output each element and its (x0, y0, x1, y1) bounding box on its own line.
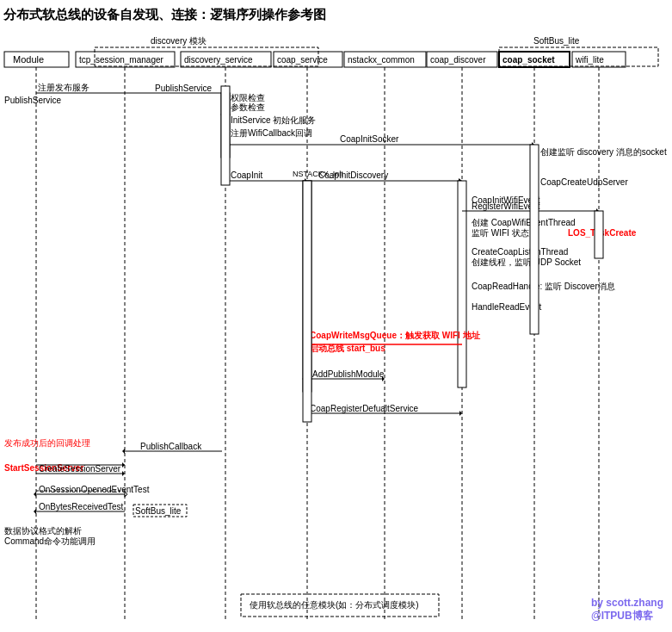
svg-rect-96 (221, 86, 230, 185)
svg-text:tcp_session_manager: tcp_session_manager (79, 55, 164, 65)
svg-text:CoapInitSocker: CoapInitSocker (340, 134, 399, 144)
svg-text:wifi_lite: wifi_lite (575, 55, 604, 65)
svg-marker-83 (34, 492, 36, 497)
svg-text:OnBytesReceivedTest: OnBytesReceivedTest (39, 502, 124, 511)
svg-text:发布成功后的回调处理: 发布成功后的回调处理 (4, 438, 90, 448)
svg-text:Module: Module (13, 54, 44, 65)
svg-text:数据协议格式的解析: 数据协议格式的解析 (4, 526, 82, 536)
svg-text:注册发布服务: 注册发布服务 (38, 83, 89, 92)
svg-text:CoapCreateUdpServer: CoapCreateUdpServer (540, 177, 628, 187)
svg-text:CreateSessionServer: CreateSessionServer (39, 464, 121, 474)
svg-text:discovery 模块: discovery 模块 (151, 36, 207, 46)
svg-text:nstackx_common: nstackx_common (348, 55, 415, 65)
svg-text:创建监听 discovery 消息的socket: 创建监听 discovery 消息的socket (540, 147, 667, 157)
watermark: by scott.zhang @ITPUB博客 (591, 597, 663, 623)
svg-text:注册WifiCallback回调: 注册WifiCallback回调 (231, 128, 312, 138)
svg-text:SoftBus_lite: SoftBus_lite (533, 36, 580, 46)
svg-text:PublishCallback: PublishCallback (140, 442, 202, 451)
svg-text:AddPublishModule: AddPublishModule (312, 369, 385, 379)
svg-text:CoapInit: CoapInit (231, 170, 262, 180)
svg-text:使用软总线的任意模块(如：分布式调度模块): 使用软总线的任意模块(如：分布式调度模块) (250, 600, 419, 610)
svg-rect-97 (303, 181, 311, 422)
svg-text:创建 CoapWifiEventThread: 创建 CoapWifiEventThread (472, 218, 576, 227)
svg-text:coap_discover: coap_discover (430, 55, 486, 65)
diagram-container: 分布式软总线的设备自发现、连接：逻辑序列操作参考图 discovery 模块 S… (0, 0, 672, 632)
svg-text:启动总线 start_bus: 启动总线 start_bus (309, 344, 385, 353)
svg-text:CoapWriteMsgQueue：触发获取 WIFI 地址: CoapWriteMsgQueue：触发获取 WIFI 地址 (310, 331, 481, 340)
svg-text:CoapReadHandle: 监听 Discover消息: CoapReadHandle: 监听 Discover消息 (472, 282, 615, 291)
svg-text:coap_service: coap_service (277, 55, 328, 65)
svg-text:参数检查: 参数检查 (231, 102, 265, 112)
svg-text:CreateCoapListenThread: CreateCoapListenThread (472, 247, 568, 257)
svg-marker-76 (122, 449, 125, 454)
svg-text:PublishService: PublishService (4, 96, 62, 105)
svg-text:CoapRegisterDefualtService: CoapRegisterDefualtService (310, 404, 419, 413)
svg-text:InitService 初始化服务: InitService 初始化服务 (231, 115, 316, 125)
svg-text:权限检查: 权限检查 (230, 93, 265, 102)
svg-text:discovery_service: discovery_service (184, 55, 253, 65)
svg-marker-87 (34, 509, 36, 514)
svg-text:监听 WIFI 状态: 监听 WIFI 状态 (472, 228, 529, 238)
svg-rect-99 (530, 145, 539, 334)
svg-rect-51 (458, 181, 466, 387)
svg-text:创建线程，监听 UDP Socket: 创建线程，监听 UDP Socket (472, 257, 581, 267)
svg-text:OnSessionOpenedEventTest: OnSessionOpenedEventTest (39, 485, 150, 494)
svg-text:PublishService: PublishService (155, 84, 213, 93)
svg-rect-100 (595, 211, 603, 258)
svg-text:Command命令功能调用: Command命令功能调用 (4, 536, 96, 546)
svg-text:SoftBus_lite: SoftBus_lite (135, 506, 182, 516)
svg-text:coap_socket: coap_socket (502, 55, 555, 65)
svg-text:CoapInitDiscovery: CoapInitDiscovery (318, 170, 388, 180)
